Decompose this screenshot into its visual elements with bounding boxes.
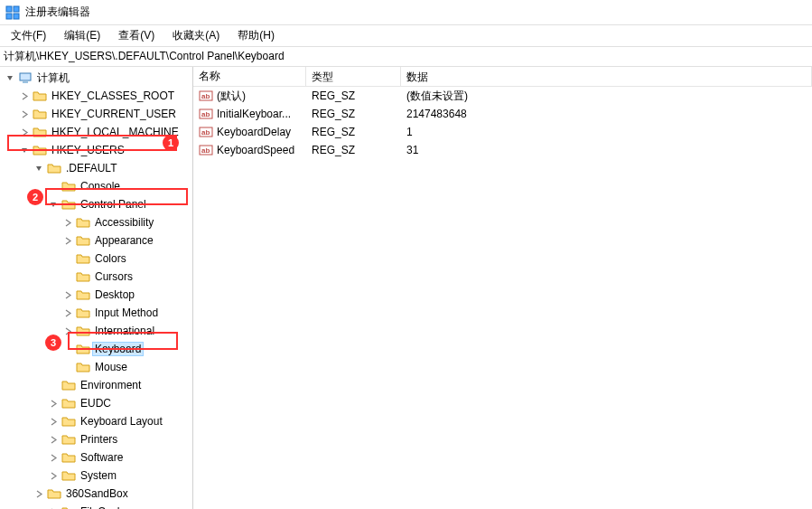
value-name: KeyboardDelay xyxy=(217,126,291,138)
chevron-right-icon[interactable] xyxy=(61,288,74,301)
chevron-right-icon[interactable] xyxy=(47,415,60,428)
folder-icon xyxy=(61,432,76,447)
folder-icon xyxy=(61,450,76,465)
window-title: 注册表编辑器 xyxy=(25,5,90,20)
tree-item-default[interactable]: .DEFAULT xyxy=(0,159,192,177)
tree-label-international: International xyxy=(92,324,157,338)
folder-icon xyxy=(33,143,47,157)
tree-item-sandbox[interactable]: 360SandBox xyxy=(0,485,192,503)
tree-item-hklm[interactable]: HKEY_LOCAL_MACHINE xyxy=(0,123,192,141)
svg-rect-4 xyxy=(20,73,31,80)
chevron-right-icon[interactable] xyxy=(47,505,60,509)
column-header-type[interactable]: 类型 xyxy=(306,67,401,86)
tree-item-environment[interactable]: Environment xyxy=(0,376,192,394)
value-name: KeyboardSpeed xyxy=(217,144,294,156)
tree-item-eudc[interactable]: EUDC xyxy=(0,394,192,412)
chevron-right-icon[interactable] xyxy=(33,487,45,500)
chevron-down-icon[interactable] xyxy=(47,198,60,211)
tree-label-colors: Colors xyxy=(92,251,129,266)
tree-label-default: .DEFAULT xyxy=(63,161,119,175)
tree-item-colors[interactable]: Colors xyxy=(0,250,192,268)
chevron-right-icon[interactable] xyxy=(18,108,31,120)
list-row[interactable]: ab KeyboardDelay REG_SZ 1 xyxy=(193,123,812,141)
tree-item-international[interactable]: International xyxy=(0,322,192,340)
folder-icon xyxy=(76,269,90,284)
tree-item-computer[interactable]: 计算机 xyxy=(0,69,192,87)
tree-label-eudc: EUDC xyxy=(78,396,114,410)
chevron-right-icon[interactable] xyxy=(47,469,60,482)
tree-item-accessibility[interactable]: Accessibility xyxy=(0,213,192,231)
menu-favorites[interactable]: 收藏夹(A) xyxy=(163,25,229,46)
tree-item-console[interactable]: Console xyxy=(0,177,192,195)
list-rows: ab (默认) REG_SZ (数值未设置) ab InitialKeyboar… xyxy=(193,87,812,159)
folder-icon xyxy=(76,342,90,356)
chevron-right-icon[interactable] xyxy=(61,234,74,247)
chevron-right-icon[interactable] xyxy=(47,451,60,464)
tree-label-keyboardlayout: Keyboard Layout xyxy=(78,414,165,429)
tree-item-cursors[interactable]: Cursors xyxy=(0,268,192,286)
tree-label-environment: Environment xyxy=(78,378,144,392)
svg-text:ab: ab xyxy=(201,146,210,155)
tree-label-software: Software xyxy=(78,450,126,465)
chevron-down-icon[interactable] xyxy=(4,71,16,84)
list-row[interactable]: ab (默认) REG_SZ (数值未设置) xyxy=(193,87,812,105)
chevron-right-icon[interactable] xyxy=(18,126,31,138)
menu-file[interactable]: 文件(F) xyxy=(2,25,55,46)
tree-label-appearance: Appearance xyxy=(92,233,156,248)
tree-label-system: System xyxy=(78,468,119,483)
chevron-right-icon[interactable] xyxy=(47,433,60,446)
folder-icon xyxy=(61,396,76,410)
folder-icon xyxy=(61,179,76,193)
tree-item-hkcu[interactable]: HKEY_CURRENT_USER xyxy=(0,105,192,123)
tree-item-filecache[interactable]: FileCache xyxy=(0,503,192,509)
value-type: REG_SZ xyxy=(306,88,401,104)
menu-view[interactable]: 查看(V) xyxy=(109,25,163,46)
tree-item-keyboard[interactable]: Keyboard xyxy=(0,340,192,358)
chevron-right-icon[interactable] xyxy=(18,90,31,102)
chevron-right-icon[interactable] xyxy=(61,216,74,229)
folder-icon xyxy=(76,233,90,248)
folder-icon xyxy=(61,378,76,392)
tree-label-desktop: Desktop xyxy=(92,287,137,302)
chevron-right-icon[interactable] xyxy=(61,306,74,319)
value-data: 1 xyxy=(401,124,812,140)
tree-item-appearance[interactable]: Appearance xyxy=(0,231,192,250)
menu-help[interactable]: 帮助(H) xyxy=(229,25,284,46)
column-header-name[interactable]: 名称 xyxy=(193,67,306,86)
list-row[interactable]: ab InitialKeyboar... REG_SZ 2147483648 xyxy=(193,105,812,123)
tree-item-desktop[interactable]: Desktop xyxy=(0,286,192,304)
tree-item-hkcr[interactable]: HKEY_CLASSES_ROOT xyxy=(0,87,192,105)
svg-text:ab: ab xyxy=(201,110,210,118)
addressbar[interactable]: 计算机\HKEY_USERS\.DEFAULT\Control Panel\Ke… xyxy=(0,47,812,67)
svg-text:ab: ab xyxy=(201,128,210,137)
chevron-down-icon[interactable] xyxy=(33,162,45,174)
chevron-right-icon[interactable] xyxy=(61,325,74,337)
tree-item-hku[interactable]: HKEY_USERS xyxy=(0,141,192,159)
tree-item-system[interactable]: System xyxy=(0,467,192,485)
list-row[interactable]: ab KeyboardSpeed REG_SZ 31 xyxy=(193,141,812,159)
value-type: REG_SZ xyxy=(306,124,401,140)
folder-icon xyxy=(76,287,90,302)
tree-panel[interactable]: 计算机 HKEY_CLASSES_ROOT HKEY_CURRENT_USER … xyxy=(0,67,193,509)
tree-item-software[interactable]: Software xyxy=(0,448,192,467)
chevron-down-icon[interactable] xyxy=(18,144,31,156)
tree-item-printers[interactable]: Printers xyxy=(0,430,192,448)
expand-spacer xyxy=(47,180,60,193)
computer-icon xyxy=(18,71,33,85)
expand-spacer xyxy=(61,270,74,283)
value-name: InitialKeyboar... xyxy=(217,108,291,120)
svg-rect-3 xyxy=(14,14,19,19)
list-panel[interactable]: 名称 类型 数据 ab (默认) REG_SZ (数值未设置) ab Initi… xyxy=(193,67,812,509)
chevron-right-icon[interactable] xyxy=(47,397,60,410)
column-header-data[interactable]: 数据 xyxy=(401,67,812,86)
value-data: 2147483648 xyxy=(401,106,812,122)
menu-edit[interactable]: 编辑(E) xyxy=(55,25,109,46)
folder-icon xyxy=(33,125,47,139)
tree-item-inputmethod[interactable]: Input Method xyxy=(0,304,192,322)
tree-label-hkcu: HKEY_CURRENT_USER xyxy=(49,107,179,121)
tree-label-cursors: Cursors xyxy=(92,269,135,284)
tree-item-controlpanel[interactable]: Control Panel xyxy=(0,195,192,213)
tree-item-mouse[interactable]: Mouse xyxy=(0,358,192,376)
value-data: 31 xyxy=(401,142,812,158)
tree-item-keyboardlayout[interactable]: Keyboard Layout xyxy=(0,412,192,430)
